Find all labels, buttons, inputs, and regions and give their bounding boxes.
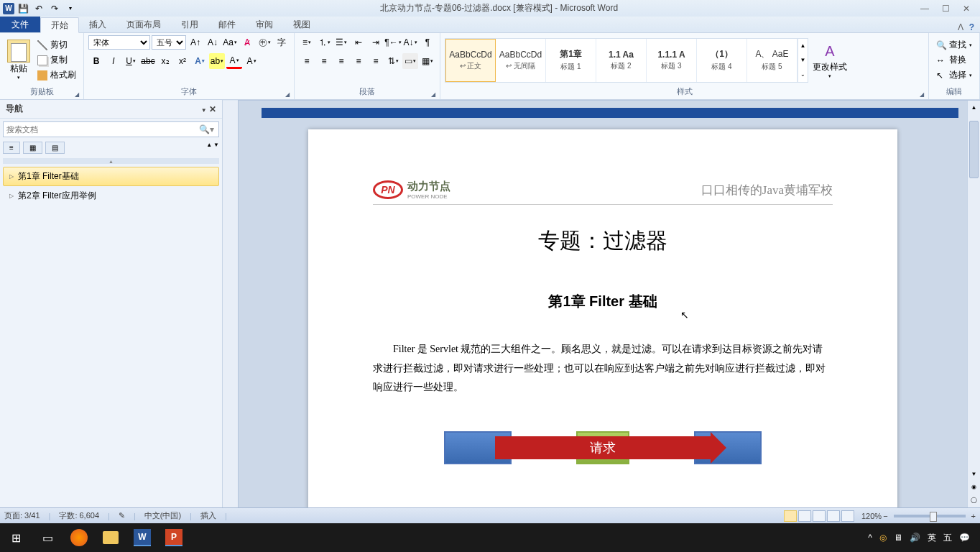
task-view-button[interactable]: ▭ [34, 526, 60, 549]
taskbar-firefox[interactable] [66, 526, 92, 549]
tray-chevron[interactable]: ^ [868, 533, 872, 543]
tray-ime-mode[interactable]: 五 [943, 532, 952, 544]
nav-collapse[interactable]: ▲ [3, 158, 219, 164]
sort-button[interactable]: A↓ [402, 34, 418, 50]
nav-close[interactable]: ✕ [209, 104, 216, 114]
status-words[interactable]: 字数: 6,604 [59, 510, 99, 521]
styles-launcher[interactable]: ◢ [920, 91, 924, 98]
draft-view[interactable] [841, 510, 854, 522]
nav-next[interactable]: ▼ [213, 142, 219, 154]
style-heading2[interactable]: 1.1 Aa标题 2 [596, 39, 647, 82]
save-button[interactable]: 💾 [16, 1, 30, 16]
highlight-button[interactable]: ab [209, 53, 225, 69]
styles-down[interactable]: ▼ [798, 53, 808, 68]
tab-insert[interactable]: 插入 [79, 17, 116, 32]
outline-view[interactable] [827, 510, 840, 522]
taskbar-word[interactable]: W [129, 526, 155, 549]
tray-notifications[interactable]: 💬 [959, 533, 970, 543]
italic-button[interactable]: I [106, 53, 121, 69]
align-right-button[interactable]: ≡ [333, 53, 349, 69]
grow-font-button[interactable]: A↑ [188, 34, 203, 50]
tab-review[interactable]: 审阅 [246, 17, 283, 32]
paste-button[interactable]: 粘贴 ▾ [4, 37, 33, 83]
bullets-button[interactable]: ≡ [299, 34, 315, 50]
maximize-button[interactable]: ☐ [942, 4, 950, 14]
fullscreen-reading-view[interactable] [798, 510, 811, 522]
change-styles-button[interactable]: A 更改样式 ▾ [810, 38, 850, 82]
scroll-down[interactable]: ▼ [968, 468, 980, 481]
nav-prev[interactable]: ▲ [206, 142, 212, 154]
tray-ime-lang[interactable]: 英 [928, 532, 936, 544]
justify-button[interactable]: ≡ [351, 53, 366, 69]
numbering-button[interactable]: ⒈ [316, 34, 332, 50]
copy-button[interactable]: 复制 [34, 53, 79, 67]
vertical-scrollbar[interactable]: ▲ ▼ ◉ ◯ ◉ [967, 101, 980, 507]
nav-item-1[interactable]: ▷第1章 Filter基础 [3, 167, 219, 186]
redo-button[interactable]: ↷ [47, 1, 62, 16]
status-proof-icon[interactable]: ✎ [119, 511, 125, 520]
align-center-button[interactable]: ≡ [316, 53, 332, 69]
tab-page-layout[interactable]: 页面布局 [116, 17, 171, 32]
change-case-button[interactable]: Aa [222, 34, 238, 50]
styles-more[interactable]: ⌄ [798, 68, 808, 82]
tab-view[interactable]: 视图 [283, 17, 320, 32]
format-painter-button[interactable]: 格式刷 [34, 68, 79, 82]
tab-references[interactable]: 引用 [171, 17, 208, 32]
nav-tab-pages[interactable]: ▦ [23, 142, 42, 154]
print-layout-view[interactable] [784, 510, 797, 522]
show-marks-button[interactable]: ¶ [420, 34, 435, 50]
nav-tab-headings[interactable]: ≡ [3, 142, 20, 154]
zoom-in-button[interactable]: + [971, 512, 976, 520]
status-language[interactable]: 中文(中国) [144, 510, 181, 521]
style-heading3[interactable]: 1.1.1 A标题 3 [647, 39, 697, 82]
tray-security-icon[interactable]: ◎ [879, 533, 887, 543]
style-heading4[interactable]: （1）标题 4 [697, 39, 747, 82]
borders-button[interactable]: ▦ [420, 53, 435, 69]
qat-customize[interactable]: ▾ [63, 1, 78, 16]
next-page-button[interactable]: ◉ [968, 507, 980, 507]
align-left-button[interactable]: ≡ [299, 53, 315, 69]
font-color-button[interactable]: A [226, 53, 242, 69]
tab-file[interactable]: 文件 [0, 17, 40, 32]
zoom-level[interactable]: 120% [861, 512, 882, 520]
paragraph-launcher[interactable]: ◢ [431, 91, 435, 98]
zoom-slider[interactable] [894, 515, 966, 518]
taskbar-powerpoint[interactable]: P [161, 526, 187, 549]
web-layout-view[interactable] [813, 510, 826, 522]
styles-up[interactable]: ▲ [798, 39, 808, 53]
bold-button[interactable]: B [88, 53, 104, 69]
tray-network-icon[interactable]: 🖥 [894, 533, 902, 543]
nav-item-2[interactable]: ▷第2章 Filter应用举例 [3, 186, 219, 206]
vertical-ruler[interactable] [223, 101, 239, 507]
nav-search[interactable]: 🔍▾ [3, 121, 219, 137]
style-heading1[interactable]: 第1章标题 1 [546, 39, 596, 82]
select-button[interactable]: ↖选择▾ [933, 68, 975, 82]
scroll-thumb[interactable] [969, 121, 979, 178]
char-shading-button[interactable]: A [244, 53, 259, 69]
multilevel-button[interactable]: ☰ [333, 34, 349, 50]
browse-object-button[interactable]: ◯ [968, 494, 980, 507]
clipboard-launcher[interactable]: ◢ [75, 91, 79, 98]
shading-button[interactable]: ▭ [402, 53, 418, 69]
cut-button[interactable]: 剪切 [34, 38, 79, 52]
subscript-button[interactable]: x₂ [157, 53, 173, 69]
superscript-button[interactable]: x² [175, 53, 190, 69]
search-icon[interactable]: 🔍▾ [195, 124, 218, 134]
zoom-out-button[interactable]: − [883, 512, 887, 520]
replace-button[interactable]: ↔替换 [933, 53, 975, 67]
taskbar-explorer[interactable] [98, 526, 124, 549]
font-launcher[interactable]: ◢ [285, 91, 290, 98]
shrink-font-button[interactable]: A↓ [205, 34, 221, 50]
distribute-button[interactable]: ≡ [368, 53, 384, 69]
line-spacing-button[interactable]: ⇅ [385, 53, 401, 69]
nav-dropdown[interactable]: ▼ [201, 107, 207, 114]
style-heading5[interactable]: A、 AaE标题 5 [747, 39, 798, 82]
status-page[interactable]: 页面: 3/41 [4, 510, 40, 521]
underline-button[interactable]: U [123, 53, 139, 69]
style-normal[interactable]: AaBbCcDd↩ 正文 [445, 39, 496, 82]
tray-volume-icon[interactable]: 🔊 [910, 533, 920, 543]
page-container[interactable]: PN 动力节点 POWER NODE 口口相传的Java黄埔军校 专题：过滤器 … [239, 101, 967, 507]
status-insert[interactable]: 插入 [200, 510, 216, 521]
nav-search-input[interactable] [4, 125, 195, 134]
scroll-up[interactable]: ▲ [968, 101, 980, 114]
